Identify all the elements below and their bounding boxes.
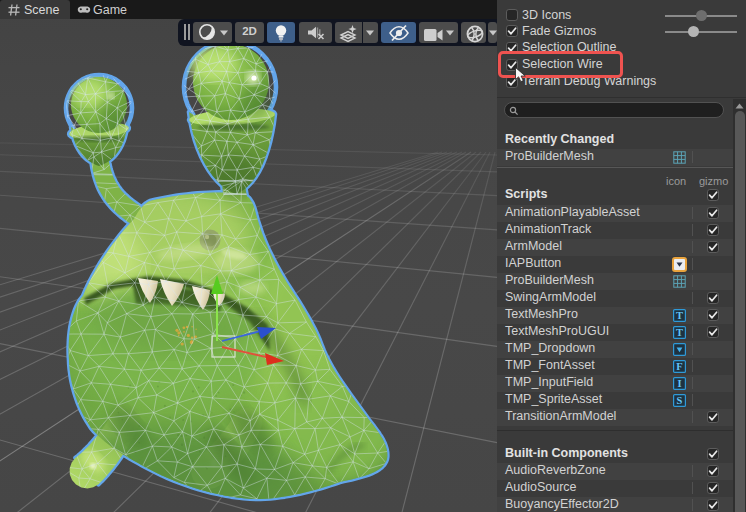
svg-text:S: S bbox=[677, 395, 683, 406]
svg-text:T: T bbox=[676, 310, 683, 321]
svg-text:I: I bbox=[677, 378, 681, 389]
svg-text:F: F bbox=[676, 361, 682, 372]
svg-text:T: T bbox=[676, 327, 683, 338]
